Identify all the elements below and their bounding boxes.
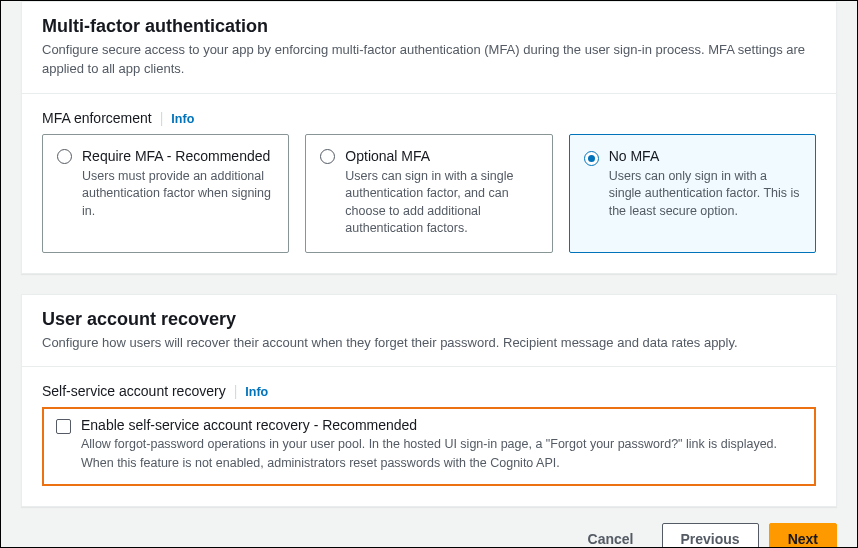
mfa-header: Multi-factor authentication Configure se… <box>22 2 836 94</box>
recovery-checkbox-desc: Allow forgot-password operations in your… <box>81 435 802 471</box>
label-divider: | <box>160 110 164 126</box>
previous-button[interactable]: Previous <box>662 523 759 548</box>
mfa-option-desc: Users can only sign in with a single aut… <box>609 168 801 221</box>
mfa-option-title: No MFA <box>609 147 801 166</box>
mfa-option-optional[interactable]: Optional MFA Users can sign in with a si… <box>305 134 552 253</box>
next-button[interactable]: Next <box>769 523 837 548</box>
recovery-checkbox-title: Enable self-service account recovery - R… <box>81 417 802 433</box>
mfa-option-desc: Users must provide an additional authent… <box>82 168 274 221</box>
cancel-button[interactable]: Cancel <box>570 524 652 548</box>
mfa-panel: Multi-factor authentication Configure se… <box>21 1 837 274</box>
radio-icon <box>57 149 72 164</box>
recovery-field-label: Self-service account recovery <box>42 383 226 399</box>
recovery-description: Configure how users will recover their a… <box>42 334 816 353</box>
recovery-panel: User account recovery Configure how user… <box>21 294 837 507</box>
enable-self-service-recovery-checkbox[interactable]: Enable self-service account recovery - R… <box>42 407 816 485</box>
mfa-option-title: Require MFA - Recommended <box>82 147 274 166</box>
mfa-option-none[interactable]: No MFA Users can only sign in with a sin… <box>569 134 816 253</box>
mfa-options-group: Require MFA - Recommended Users must pro… <box>42 134 816 253</box>
mfa-title: Multi-factor authentication <box>42 16 816 37</box>
wizard-footer: Cancel Previous Next <box>21 507 837 548</box>
mfa-enforcement-label: MFA enforcement <box>42 110 152 126</box>
mfa-description: Configure secure access to your app by e… <box>42 41 816 79</box>
checkbox-icon <box>56 419 71 434</box>
label-divider: | <box>234 383 238 399</box>
mfa-option-require[interactable]: Require MFA - Recommended Users must pro… <box>42 134 289 253</box>
recovery-title: User account recovery <box>42 309 816 330</box>
recovery-info-link[interactable]: Info <box>245 385 268 399</box>
mfa-option-desc: Users can sign in with a single authenti… <box>345 168 537 238</box>
radio-icon <box>584 151 599 166</box>
radio-icon <box>320 149 335 164</box>
mfa-info-link[interactable]: Info <box>171 112 194 126</box>
mfa-option-title: Optional MFA <box>345 147 537 166</box>
recovery-header: User account recovery Configure how user… <box>22 295 836 368</box>
